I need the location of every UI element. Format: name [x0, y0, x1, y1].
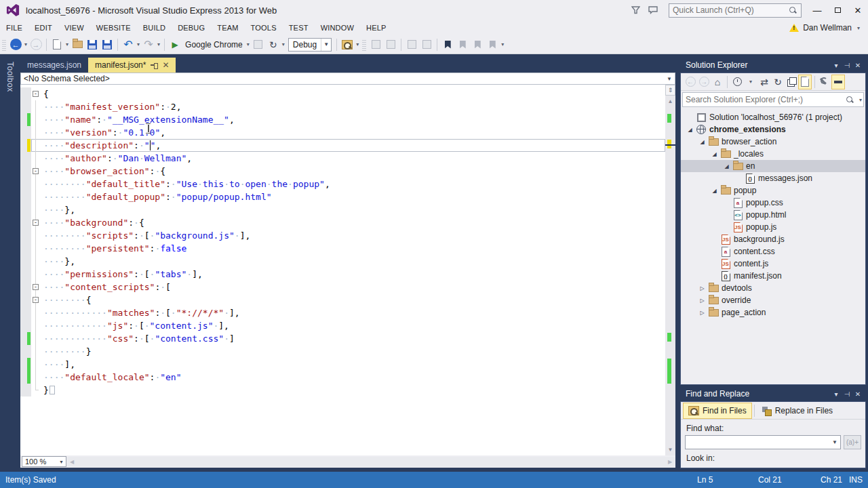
fold-margin[interactable] — [31, 100, 41, 113]
chevron-down-icon[interactable]: ▾ — [355, 41, 360, 47]
collapse-arrow-icon[interactable]: ◢ — [709, 151, 719, 157]
find-what-input[interactable] — [686, 438, 829, 447]
tree-item-messages.json[interactable]: {}messages.json — [681, 172, 865, 184]
solution-configuration-combo[interactable]: Debug▼ — [288, 38, 332, 52]
pending-changes-filter-icon[interactable] — [731, 75, 743, 89]
expand-arrow-icon[interactable]: ▷ — [697, 310, 707, 316]
feedback-icon[interactable] — [644, 3, 662, 18]
outdent-icon[interactable] — [384, 37, 397, 52]
fold-margin[interactable] — [31, 178, 41, 190]
menu-view[interactable]: VIEW — [58, 22, 90, 34]
fold-margin[interactable] — [31, 190, 41, 203]
code-line-9[interactable]: ········"default_popup":·"popup/popup.ht… — [20, 190, 665, 203]
code-line-22[interactable]: ····], — [20, 358, 665, 371]
fold-margin[interactable]: - — [31, 281, 41, 293]
collapse-arrow-icon[interactable]: ◢ — [697, 139, 707, 145]
code-line-8[interactable]: ········"default_title":·"Use·this·to·op… — [20, 178, 665, 190]
code-line-2[interactable]: ····"manifest_version":·2, — [20, 100, 665, 113]
fold-margin[interactable] — [31, 268, 41, 281]
collapse-icon[interactable]: - — [33, 220, 39, 226]
find-in-files-tab[interactable]: Find in Files — [684, 403, 751, 418]
menu-window[interactable]: WINDOW — [315, 22, 360, 34]
tab-messages.json[interactable]: messages.json — [20, 58, 88, 73]
menu-build[interactable]: BUILD — [137, 22, 172, 34]
code-line-10[interactable]: ····}, — [20, 203, 665, 216]
start-debug-icon[interactable]: ▶ — [168, 37, 182, 52]
regex-toggle-button[interactable]: (a)+ — [844, 435, 861, 449]
tree-item-popup[interactable]: ◢popup — [681, 184, 865, 197]
undo-icon[interactable]: ↶ — [121, 37, 135, 52]
minimize-button[interactable]: — — [807, 2, 827, 18]
fold-margin[interactable] — [31, 152, 41, 165]
tree-item-override[interactable]: ▷override — [681, 294, 865, 306]
fold-margin[interactable] — [31, 384, 41, 396]
tree-item-page_action[interactable]: ▷page_action — [681, 306, 865, 319]
pin-icon[interactable]: ⊣ — [842, 62, 852, 69]
toolbar-grip[interactable] — [362, 39, 366, 51]
indent-icon[interactable] — [369, 37, 382, 52]
navigate-back-icon[interactable]: ← — [9, 37, 22, 52]
code-line-14[interactable]: ····}, — [20, 255, 665, 268]
toggle-bookmark-icon[interactable] — [441, 37, 454, 52]
window-menu-icon[interactable]: ▾ — [831, 62, 842, 69]
tree-item-content.css[interactable]: acontent.css — [681, 245, 865, 258]
fold-margin[interactable]: - — [31, 165, 41, 178]
save-all-icon[interactable] — [100, 37, 114, 52]
menu-file[interactable]: FILE — [0, 22, 28, 34]
code-line-20[interactable]: ············"css":·[·"content.css"·] — [20, 332, 665, 345]
code-line-15[interactable]: ····"permissions":·[·"tabs"·], — [20, 268, 665, 281]
notifications-filter-icon[interactable] — [627, 3, 644, 18]
expand-arrow-icon[interactable]: ▷ — [697, 285, 707, 291]
solution-search-input[interactable] — [683, 95, 846, 104]
tree-item-popup.html[interactable]: <>popup.html — [681, 209, 865, 221]
pin-icon[interactable]: ⊣ — [842, 390, 852, 398]
menu-tools[interactable]: TOOLS — [245, 22, 283, 34]
comment-icon[interactable] — [405, 37, 418, 52]
collapse-all-icon[interactable] — [785, 75, 797, 89]
code-line-13[interactable]: ········"persistent":·false — [20, 242, 665, 255]
solution-explorer-header[interactable]: Solution Explorer ▾ ⊣ ✕ — [680, 58, 866, 73]
home-icon[interactable]: ⌂ — [711, 75, 724, 89]
chevron-down-icon[interactable]: ▾ — [156, 41, 161, 47]
code-line-12[interactable]: ········"scripts":·[·"background.js"·], — [20, 229, 665, 242]
code-line-23[interactable]: ····"default_locale":·"en" — [20, 371, 665, 384]
collapse-icon[interactable]: - — [33, 284, 39, 290]
close-icon[interactable]: ✕ — [162, 62, 169, 68]
fold-margin[interactable] — [31, 126, 41, 139]
expand-arrow-icon[interactable]: ▷ — [697, 298, 707, 304]
scroll-up-icon[interactable]: ▲ — [665, 96, 675, 106]
chevron-down-icon[interactable]: ▾ — [64, 41, 70, 47]
fold-margin[interactable] — [31, 139, 41, 152]
menu-test[interactable]: TEST — [283, 22, 315, 34]
code-line-16[interactable]: -····"content_scripts":·[ — [20, 281, 665, 293]
chevron-down-icon[interactable]: ▾ — [23, 41, 28, 47]
new-file-icon[interactable] — [50, 37, 64, 52]
close-icon[interactable]: ✕ — [852, 62, 863, 69]
restore-button[interactable] — [827, 2, 848, 18]
zoom-selector[interactable]: 100 % ▼ — [22, 456, 66, 467]
fold-margin[interactable] — [31, 358, 41, 371]
account-area[interactable]: Dan Wellman ▾ — [789, 20, 861, 35]
code-line-4[interactable]: ····"version":·"0.1.0", — [20, 126, 665, 139]
account-name[interactable]: Dan Wellman — [803, 23, 852, 33]
split-handle[interactable] — [665, 85, 675, 96]
tree-item-devtools[interactable]: ▷devtools — [681, 282, 865, 294]
code-line-3[interactable]: ····"name":·"__MSG_extensionName__", — [20, 113, 665, 126]
close-icon[interactable]: ✕ — [852, 390, 863, 398]
menu-website[interactable]: WEBSITE — [90, 22, 137, 34]
zoom-value[interactable]: 100 % — [22, 458, 59, 466]
toolbox-label[interactable]: Toolbox — [5, 62, 15, 92]
find-replace-header[interactable]: Find and Replace ▾ ⊣ ✕ — [680, 386, 866, 401]
tree-item-_locales[interactable]: ◢_locales — [681, 148, 865, 160]
scroll-down-icon[interactable]: ▼ — [665, 445, 675, 455]
fold-margin[interactable]: - — [31, 216, 41, 229]
code-line-18[interactable]: ············"matches":·[·"*://*/*"·], — [20, 306, 665, 319]
schema-selector[interactable]: <No Schema Selected> ▼ — [20, 73, 675, 85]
fold-margin[interactable] — [31, 203, 41, 216]
clear-bookmarks-icon[interactable] — [486, 37, 499, 52]
menu-edit[interactable]: EDIT — [28, 22, 58, 34]
find-what-combo[interactable]: ▼ — [685, 435, 841, 449]
vertical-scrollbar[interactable]: ▲ ▼ — [665, 85, 675, 455]
code-line-21[interactable]: ········} — [20, 345, 665, 358]
save-icon[interactable] — [85, 37, 99, 52]
